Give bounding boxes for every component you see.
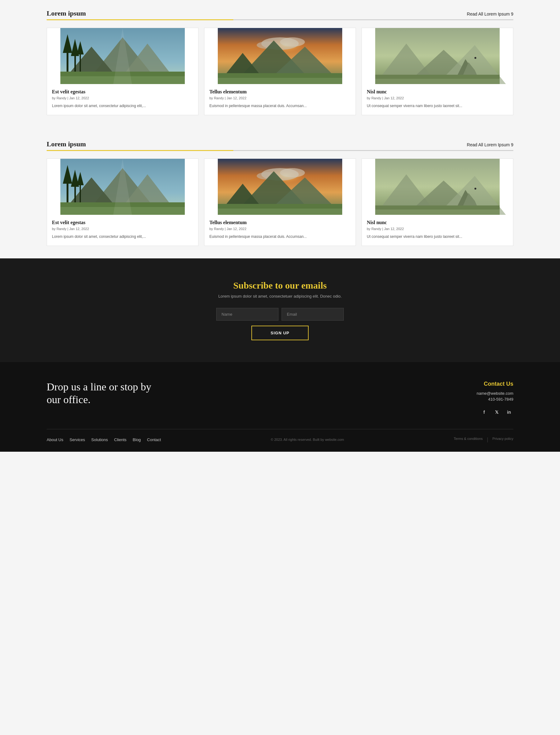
card-2-1-body: Est velit egestas by Randy | Jan 12, 202… (47, 215, 198, 246)
footer-nav-contact[interactable]: Contact (147, 438, 161, 442)
newsletter-name-input[interactable] (216, 308, 278, 321)
card-1-3-title: Nisl nunc (367, 89, 508, 95)
svg-rect-11 (80, 53, 81, 72)
card-1-3-image (362, 28, 513, 84)
card-2-1-title: Est velit egestas (52, 220, 193, 225)
newsletter-title: Subscribe to our emails (47, 280, 513, 291)
section-2-title: Lorem ipsum (47, 140, 86, 148)
section-2-header: Lorem ipsum Read All Lorem Ipsum 9 (47, 140, 513, 148)
card-1-3-meta: by Randy | Jan 12, 2022 (367, 96, 508, 100)
footer-nav-about[interactable]: About Us (47, 438, 63, 442)
section-1: Lorem ipsum Read All Lorem Ipsum 9 (0, 0, 560, 128)
signup-button[interactable]: SIGN UP (251, 325, 309, 340)
section-1-header: Lorem ipsum Read All Lorem Ipsum 9 (47, 9, 513, 17)
svg-point-63 (474, 188, 476, 190)
card-2-2-excerpt: Euismod in pellentesque massa placerat d… (209, 234, 351, 239)
section-gap (0, 128, 560, 137)
card-1-3: Nisl nunc by Randy | Jan 12, 2022 Ut con… (362, 28, 513, 115)
svg-rect-32 (375, 79, 500, 84)
card-2-2-body: Tellus elementum by Randy | Jan 12, 2022… (204, 215, 356, 246)
footer-contact-email: name@website.com (477, 391, 513, 396)
card-2-1-excerpt: Lorem ipsum dolor sit amet, consectetur … (52, 234, 193, 239)
svg-rect-23 (218, 78, 342, 84)
svg-rect-44 (80, 184, 81, 202)
card-1-3-body: Nisl nunc by Randy | Jan 12, 2022 Ut con… (362, 84, 513, 115)
svg-point-30 (474, 57, 476, 59)
card-1-2-image (204, 28, 356, 84)
card-1-1-meta: by Randy | Jan 12, 2022 (52, 96, 193, 100)
section-2-read-all[interactable]: Read All Lorem Ipsum 9 (467, 142, 513, 147)
footer-nav-row: About Us Services Solutions Clients Blog… (47, 429, 513, 443)
card-1-2: Tellus elementum by Randy | Jan 12, 2022… (204, 28, 356, 115)
card-1-1-body: Est velit egestas by Randy | Jan 12, 202… (47, 84, 198, 115)
footer-contact-column: Contact Us name@website.com 410-591-7849… (477, 381, 513, 417)
newsletter-form (47, 308, 513, 321)
card-2-2-meta: by Randy | Jan 12, 2022 (209, 227, 351, 231)
section-1-cards-grid: Est velit egestas by Randy | Jan 12, 202… (47, 28, 513, 115)
twitter-icon[interactable]: 𝕏 (492, 408, 501, 417)
section-1-read-all[interactable]: Read All Lorem Ipsum 9 (467, 12, 513, 16)
card-2-1-image (47, 159, 198, 215)
footer-legal-divider: | (487, 437, 488, 443)
card-1-1-image (47, 28, 198, 84)
card-1-2-excerpt: Euismod in pellentesque massa placerat d… (209, 103, 351, 109)
linkedin-icon[interactable]: in (505, 408, 513, 417)
footer-nav-solutions[interactable]: Solutions (91, 438, 108, 442)
card-2-3-excerpt: Ut consequat semper viverra nam libero j… (367, 234, 508, 239)
card-2-3-title: Nisl nunc (367, 220, 508, 225)
footer-contact-phone: 410-591-7849 (477, 397, 513, 402)
card-2-2: Tellus elementum by Randy | Jan 12, 2022… (204, 158, 356, 246)
footer-bottom: Drop us a line or stop by our office. Co… (0, 362, 560, 452)
card-2-1: Est velit egestas by Randy | Jan 12, 202… (47, 158, 198, 246)
footer-copyright: © 2023. All rights reserved. Built by we… (271, 438, 344, 442)
card-1-1: Est velit egestas by Randy | Jan 12, 202… (47, 28, 198, 115)
section-2-cards-grid: Est velit egestas by Randy | Jan 12, 202… (47, 158, 513, 246)
newsletter-description: Lorem ipsum dolor sit amet, consectetuer… (47, 294, 513, 298)
footer-legal-links: Terms & conditions | Privacy policy (454, 437, 513, 443)
footer-nav-services[interactable]: Services (69, 438, 85, 442)
card-2-3-image (362, 159, 513, 215)
card-1-2-body: Tellus elementum by Randy | Jan 12, 2022… (204, 84, 356, 115)
footer-terms-link[interactable]: Terms & conditions (454, 437, 483, 443)
section-2: Lorem ipsum Read All Lorem Ipsum 9 (0, 137, 560, 258)
card-2-3: Nisl nunc by Randy | Jan 12, 2022 Ut con… (362, 158, 513, 246)
svg-point-50 (280, 168, 305, 177)
footer-nav-links: About Us Services Solutions Clients Blog… (47, 438, 161, 442)
section-2-divider (47, 150, 513, 151)
card-1-3-excerpt: Ut consequat semper viverra nam libero j… (367, 103, 508, 109)
footer-tagline: Drop us a line or stop by our office. (47, 381, 165, 406)
footer-privacy-link[interactable]: Privacy policy (492, 437, 513, 443)
section-1-title: Lorem ipsum (47, 9, 86, 17)
card-2-3-meta: by Randy | Jan 12, 2022 (367, 227, 508, 231)
footer-contact-title: Contact Us (477, 381, 513, 387)
svg-rect-56 (218, 208, 342, 215)
newsletter-email-input[interactable] (282, 308, 344, 321)
footer-nav-blog[interactable]: Blog (133, 438, 141, 442)
svg-rect-65 (375, 209, 500, 215)
card-2-3-body: Nisl nunc by Randy | Jan 12, 2022 Ut con… (362, 215, 513, 246)
footer-main-row: Drop us a line or stop by our office. Co… (47, 381, 513, 417)
footer-nav-clients[interactable]: Clients (114, 438, 127, 442)
facebook-icon[interactable]: f (480, 408, 488, 417)
social-icons-row: f 𝕏 in (477, 408, 513, 417)
svg-point-17 (280, 37, 305, 47)
newsletter-section: Subscribe to our emails Lorem ipsum dolo… (0, 258, 560, 362)
card-1-2-title: Tellus elementum (209, 89, 351, 95)
card-2-1-meta: by Randy | Jan 12, 2022 (52, 227, 193, 231)
card-1-2-meta: by Randy | Jan 12, 2022 (209, 96, 351, 100)
card-1-1-excerpt: Lorem ipsum dolor sit amet, consectetur … (52, 103, 193, 109)
card-2-2-title: Tellus elementum (209, 220, 351, 225)
section-1-divider (47, 19, 513, 20)
card-1-1-title: Est velit egestas (52, 89, 193, 95)
card-2-2-image (204, 159, 356, 215)
